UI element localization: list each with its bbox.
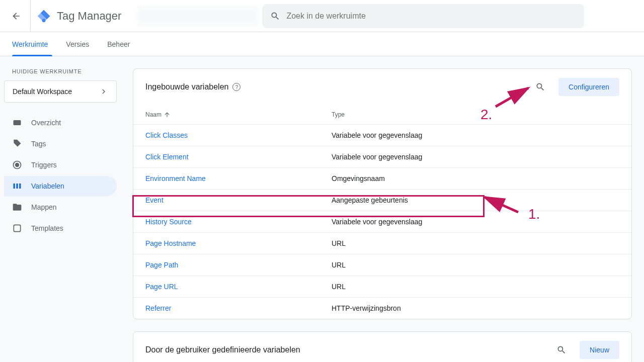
table-row[interactable]: Click ClassesVariabele voor gegevenslaag	[133, 125, 631, 146]
svg-rect-5	[16, 184, 18, 189]
variable-link[interactable]: Click Classes	[145, 131, 188, 139]
variable-type: Variabele voor gegevenslaag	[332, 131, 422, 139]
search-icon	[270, 11, 280, 21]
templates-icon	[12, 223, 22, 233]
table-header: Naam Type	[133, 105, 631, 125]
tab-versies[interactable]: Versies	[66, 32, 89, 56]
variable-link[interactable]: Environment Name	[145, 174, 206, 183]
variable-type: URL	[332, 239, 346, 247]
variable-link[interactable]: Page Hostname	[145, 239, 196, 247]
variable-link[interactable]: Click Element	[145, 153, 189, 161]
divider	[30, 0, 31, 32]
svg-point-3	[16, 163, 19, 167]
user-variables-card: Door de gebruiker gedefinieerde variabel…	[133, 331, 632, 362]
col-type-header[interactable]: Type	[332, 111, 619, 118]
nav-overzicht[interactable]: Overzicht	[4, 113, 117, 133]
svg-rect-6	[19, 184, 21, 189]
variable-link[interactable]: Page Path	[145, 261, 178, 269]
variable-type: Variabele voor gegevenslaag	[332, 153, 422, 161]
variables-icon	[12, 181, 22, 191]
variable-type: URL	[332, 261, 346, 269]
workspace-selector[interactable]: Default Workspace	[4, 80, 117, 103]
tags-icon	[12, 139, 22, 149]
card-title: Ingebouwde variabelen ?	[145, 82, 240, 92]
variable-type: Variabele voor gegevenslaag	[332, 218, 422, 226]
back-button[interactable]	[4, 4, 28, 28]
variable-type: Aangepaste gebeurtenis	[332, 196, 408, 204]
sidebar-item-label: Mappen	[31, 203, 57, 211]
app-title: Tag Manager	[57, 10, 121, 23]
variable-link[interactable]: Referrer	[145, 304, 171, 312]
search-input[interactable]	[286, 12, 576, 21]
search-user-variables-button[interactable]	[551, 340, 572, 360]
search-icon	[556, 345, 567, 355]
svg-point-0	[42, 19, 46, 22]
main-content: Ingebouwde variabelen ? Configureren Naa…	[121, 56, 644, 362]
sidebar-item-label: Templates	[31, 224, 63, 232]
search-icon	[535, 82, 545, 92]
sidebar-item-label: Variabelen	[31, 182, 64, 190]
tag-manager-logo-icon	[37, 9, 51, 23]
table-row[interactable]: ReferrerHTTP-verwijzingsbron	[133, 298, 631, 319]
table-row[interactable]: Environment NameOmgevingsnaam	[133, 168, 631, 190]
sidebar-item-label: Triggers	[31, 161, 57, 169]
nav-variabelen[interactable]: Variabelen	[4, 176, 117, 196]
table-row[interactable]: Click ElementVariabele voor gegevenslaag	[133, 146, 631, 168]
nav-tags[interactable]: Tags	[4, 134, 117, 154]
sidebar-item-label: Tags	[31, 140, 46, 148]
sort-asc-icon	[164, 111, 171, 118]
sidebar-section-label: HUIDIGE WERKRUIMTE	[4, 64, 117, 78]
variable-type: Omgevingsnaam	[332, 174, 385, 183]
table-row[interactable]: Page HostnameURL	[133, 233, 631, 254]
help-icon[interactable]: ?	[232, 83, 240, 91]
table-row[interactable]: Page PathURL	[133, 254, 631, 276]
variable-link[interactable]: History Source	[145, 218, 192, 226]
nav-templates[interactable]: Templates	[4, 218, 117, 238]
account-info[interactable]	[137, 6, 258, 26]
table-row[interactable]: Page URLURL	[133, 276, 631, 298]
nav-mappen[interactable]: Mappen	[4, 197, 117, 217]
col-name-header[interactable]: Naam	[145, 111, 332, 118]
overview-icon	[12, 118, 22, 128]
variable-type: URL	[332, 283, 346, 291]
logo-area[interactable]: Tag Manager	[33, 9, 125, 23]
svg-rect-4	[14, 184, 15, 189]
variable-type: HTTP-verwijzingsbron	[332, 304, 401, 312]
chevron-right-icon	[99, 87, 108, 96]
svg-rect-1	[14, 120, 21, 125]
variable-link[interactable]: Event	[145, 196, 164, 204]
variable-link[interactable]: Page URL	[145, 283, 178, 291]
workspace-name: Default Workspace	[13, 87, 72, 96]
table-row[interactable]: History SourceVariabele voor gegevenslaa…	[133, 211, 631, 233]
table-row[interactable]: EventAangepaste gebeurtenis	[133, 190, 631, 211]
configure-button[interactable]: Configureren	[558, 78, 619, 96]
folders-icon	[12, 202, 22, 212]
nav-triggers[interactable]: Triggers	[4, 155, 117, 175]
sidebar-item-label: Overzicht	[31, 119, 61, 127]
card-title: Door de gebruiker gedefinieerde variabel…	[145, 345, 300, 354]
triggers-icon	[12, 160, 22, 170]
svg-rect-7	[14, 225, 20, 231]
search-variables-button[interactable]	[530, 77, 550, 97]
search-box[interactable]	[262, 4, 584, 28]
tab-beheer[interactable]: Beheer	[107, 32, 130, 56]
sidebar: HUIDIGE WERKRUIMTE Default Workspace Ove…	[0, 56, 121, 362]
builtin-variables-card: Ingebouwde variabelen ? Configureren Naa…	[133, 68, 632, 319]
main-tabs: Werkruimte Versies Beheer	[0, 32, 644, 56]
new-variable-button[interactable]: Nieuw	[580, 341, 619, 359]
tab-werkruimte[interactable]: Werkruimte	[12, 32, 48, 56]
